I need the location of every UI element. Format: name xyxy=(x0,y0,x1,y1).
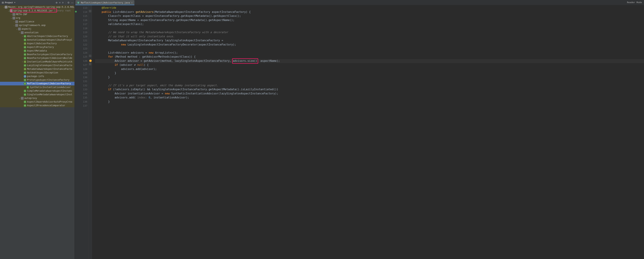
chevron-icon[interactable]: ⌄ xyxy=(13,24,15,27)
collapse-icon[interactable]: ≑ xyxy=(62,1,64,4)
chevron-icon[interactable]: ⌄ xyxy=(10,16,12,20)
line-number: 122 xyxy=(75,43,87,47)
code-line[interactable]: } xyxy=(95,75,644,80)
chevron-icon[interactable]: › xyxy=(21,34,24,38)
sidebar-title[interactable]: ▤ Project ▼ xyxy=(2,1,16,4)
chevron-icon[interactable]: › xyxy=(13,20,15,24)
code-line[interactable]: if (!advisors.isEmpty() && lazySingleton… xyxy=(95,88,644,92)
line-number: 120 xyxy=(75,34,87,39)
tree-row[interactable]: cSingletonMetadataAwareAspectInst xyxy=(0,93,74,96)
tree-row[interactable]: iMetadataAwareAspectInstanceFacto xyxy=(0,67,74,71)
chevron-icon[interactable]: › xyxy=(10,12,12,16)
chevron-icon[interactable]: ⌄ xyxy=(3,5,5,9)
tree-item-label: annotation xyxy=(24,31,38,34)
code-line[interactable]: // so that it will only instantiate once… xyxy=(95,34,644,39)
sidebar-title-text: Project xyxy=(5,1,13,4)
code-line[interactable]: List<Advisor> advisors = new ArrayList<>… xyxy=(95,51,644,55)
code-line[interactable]: for (Method method : getAdvisorMethods(a… xyxy=(95,55,644,59)
code-line[interactable]: advisors.add(advisor); xyxy=(95,67,644,71)
tree-row[interactable]: cAspectJPrecedenceComparator xyxy=(0,104,74,107)
code-line[interactable]: Advisor advisor = getAdvisor(method, laz… xyxy=(95,59,644,63)
tree-row[interactable]: cAspectMetadata xyxy=(0,49,74,52)
chevron-icon[interactable]: › xyxy=(21,60,24,64)
override-gutter-icon[interactable] xyxy=(75,11,77,12)
chevron-icon[interactable]: ⌄ xyxy=(7,9,10,12)
close-icon[interactable]: × xyxy=(131,2,133,4)
tree-row[interactable]: ⌄Maven: org.springframework:spring-aop:5… xyxy=(0,5,74,9)
code-line[interactable]: // If it's a per target aspect, emit the… xyxy=(95,84,644,88)
cls-c-icon: c xyxy=(24,35,26,38)
tree-row[interactable]: cAnnotationAwareAspectJAutoProxyC xyxy=(0,38,74,42)
code-line[interactable]: new LazySingletonAspectInstanceFactoryDe… xyxy=(95,43,644,47)
code-line[interactable] xyxy=(95,104,644,108)
tree-item-label: package-info xyxy=(27,74,44,78)
tree-row[interactable]: ⌄cReflectiveAspectJAdvisorFactory xyxy=(0,82,74,86)
tree-row[interactable]: ›cAbstractAspectJAdvisorFactory xyxy=(0,34,74,38)
tree-row[interactable]: cPrototypeAspectInstanceFactory xyxy=(0,78,74,82)
tree-item-label: AspectJAdvisorFactory xyxy=(27,42,57,45)
fold-toggle-icon[interactable]: - xyxy=(89,10,91,12)
tree-row[interactable]: iAspectJAdvisorFactory xyxy=(0,42,74,45)
tree-item-label: ReflectiveAspectJAdvisorFactory xyxy=(27,82,71,86)
reader-mode-label[interactable]: Reader Mode xyxy=(627,1,642,4)
cls-c-icon: c xyxy=(24,50,26,52)
tree-row[interactable]: cBeanFactoryAspectJAdvisorsBuilde xyxy=(0,56,74,60)
expand-icon[interactable]: ≡ xyxy=(59,1,60,4)
code-line[interactable]: @Override xyxy=(95,6,644,10)
fold-toggle-icon[interactable]: - xyxy=(89,63,91,65)
code-line[interactable]: if (advisor ≠ null) { xyxy=(95,63,644,67)
line-number: 132 xyxy=(75,84,87,88)
tree-row[interactable]: ›META-INF xyxy=(0,12,74,16)
tree-row[interactable]: ⌄autoproxy xyxy=(0,96,74,100)
chevron-icon[interactable]: ⌄ xyxy=(18,96,21,100)
code-line[interactable]: advisors.add( index: 0, instantiationAdv… xyxy=(95,96,644,100)
tree-row[interactable]: ⌄org xyxy=(0,16,74,20)
line-number: 116 xyxy=(75,18,87,22)
tree-row[interactable]: ›iInstantiationModelAwarePointcutA xyxy=(0,60,74,64)
code-line[interactable]: MetadataAwareAspectInstanceFactory lazyS… xyxy=(95,38,644,43)
intention-bulb-icon[interactable] xyxy=(89,60,92,62)
code-line[interactable]: } xyxy=(95,71,644,75)
tree-row[interactable]: ›aopalliance xyxy=(0,20,74,24)
line-number: 115 xyxy=(75,14,87,18)
code-line[interactable]: String aspectName = aspectInstanceFactor… xyxy=(95,18,644,22)
code-line[interactable]: // We need to wrap the MetadataAwareAspe… xyxy=(95,30,644,34)
tree-row[interactable]: ›annotation xyxy=(0,31,74,34)
chevron-icon[interactable]: ⌄ xyxy=(21,82,24,86)
sidebar-actions: ⊕ ≡ ≑ | ⚙ — xyxy=(56,1,74,4)
tree-row[interactable]: cNotAnAtAspectException xyxy=(0,71,74,74)
tree-item-label: aspectj xyxy=(22,27,32,31)
tree-item-label: AbstractAspectJAdvisorFactory xyxy=(27,34,68,38)
fold-toggle-icon[interactable]: - xyxy=(89,55,91,57)
tree-row[interactable]: cSyntheticInstantiationAdvisor xyxy=(0,86,74,89)
code-editor[interactable]: @Override public List<Advisor> getAdviso… xyxy=(92,5,644,259)
project-tree[interactable]: ⌄Maven: org.springframework:spring-aop:5… xyxy=(0,5,74,259)
line-number: 126 xyxy=(75,59,87,63)
tree-row[interactable]: cAspectJAwareAdvisorAutoProxyCrea xyxy=(0,100,74,104)
tree-row[interactable]: ⌄spring-aop-5.2.6.RELEASE.jarlibrary roo… xyxy=(0,9,74,12)
code-line[interactable] xyxy=(95,26,644,30)
minimize-icon[interactable]: — xyxy=(71,1,74,4)
gear-icon[interactable]: ⚙ xyxy=(67,1,70,4)
code-line[interactable]: Class<?> aspectClass = aspectInstanceFac… xyxy=(95,14,644,18)
code-line[interactable]: public List<Advisor> getAdvisors(Metadat… xyxy=(95,10,644,14)
code-line[interactable] xyxy=(95,79,644,84)
tree-row[interactable]: ⌄springframework.aop xyxy=(0,24,74,27)
tree-row[interactable]: cBeanFactoryAspectInstanceFactory xyxy=(0,52,74,56)
tree-row[interactable]: cLazySingletonAspectInstanceFacto xyxy=(0,64,74,67)
code-line[interactable] xyxy=(95,47,644,51)
chevron-icon[interactable]: ⌄ xyxy=(16,27,18,31)
line-number: 123 xyxy=(75,47,87,51)
dropdown-icon[interactable]: ▼ xyxy=(14,2,16,4)
chevron-icon[interactable]: › xyxy=(18,31,21,34)
tree-row[interactable]: ⌄aspectj xyxy=(0,27,74,31)
locate-icon[interactable]: ⊕ xyxy=(56,1,58,4)
code-line[interactable]: Advisor instantiationAdvisor = new Synth… xyxy=(95,92,644,96)
tree-row[interactable]: cAspectJProxyFactory xyxy=(0,45,74,49)
tab-file[interactable]: c ReflectiveAspectJAdvisorFactory.java × xyxy=(75,0,134,5)
cls-c-icon: c xyxy=(24,64,26,67)
tree-row[interactable]: cSimpleMetadataAwareAspectInstanc xyxy=(0,89,74,93)
code-line[interactable]: validate(aspectClass); xyxy=(95,22,644,26)
tree-row[interactable]: jpackage-info xyxy=(0,74,74,78)
code-line[interactable]: } xyxy=(95,100,644,104)
